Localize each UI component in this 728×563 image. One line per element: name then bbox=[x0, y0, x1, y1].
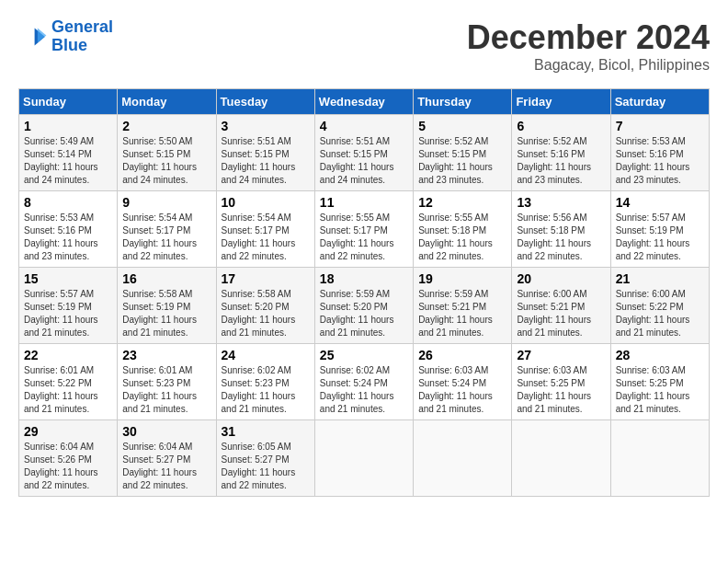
svg-marker-1 bbox=[38, 28, 47, 42]
day-cell: 12 Sunrise: 5:55 AM Sunset: 5:18 PM Dayl… bbox=[414, 191, 512, 268]
day-info: Sunrise: 5:49 AM Sunset: 5:14 PM Dayligh… bbox=[24, 135, 112, 187]
day-cell: 8 Sunrise: 5:53 AM Sunset: 5:16 PM Dayli… bbox=[19, 191, 118, 268]
day-number: 1 bbox=[24, 119, 112, 133]
day-cell bbox=[414, 420, 512, 497]
day-info: Sunrise: 6:02 AM Sunset: 5:23 PM Dayligh… bbox=[222, 364, 310, 416]
day-info: Sunrise: 5:58 AM Sunset: 5:19 PM Dayligh… bbox=[122, 288, 210, 339]
day-cell: 1 Sunrise: 5:49 AM Sunset: 5:14 PM Dayli… bbox=[19, 115, 118, 191]
day-info: Sunrise: 6:01 AM Sunset: 5:22 PM Dayligh… bbox=[24, 364, 112, 416]
day-number: 19 bbox=[418, 271, 506, 286]
day-number: 4 bbox=[320, 119, 408, 133]
day-cell: 14 Sunrise: 5:57 AM Sunset: 5:19 PM Dayl… bbox=[610, 191, 709, 268]
day-number: 12 bbox=[418, 195, 506, 210]
header-row: SundayMondayTuesdayWednesdayThursdayFrid… bbox=[19, 89, 710, 115]
day-info: Sunrise: 5:52 AM Sunset: 5:16 PM Dayligh… bbox=[517, 135, 605, 187]
day-info: Sunrise: 5:54 AM Sunset: 5:17 PM Dayligh… bbox=[122, 212, 210, 263]
day-info: Sunrise: 5:52 AM Sunset: 5:15 PM Dayligh… bbox=[418, 135, 506, 187]
day-cell: 7 Sunrise: 5:53 AM Sunset: 5:16 PM Dayli… bbox=[610, 115, 709, 191]
day-number: 22 bbox=[24, 348, 112, 362]
day-info: Sunrise: 5:51 AM Sunset: 5:15 PM Dayligh… bbox=[222, 135, 310, 187]
day-info: Sunrise: 6:00 AM Sunset: 5:22 PM Dayligh… bbox=[616, 288, 704, 339]
day-cell: 4 Sunrise: 5:51 AM Sunset: 5:15 PM Dayli… bbox=[314, 115, 413, 191]
day-number: 11 bbox=[320, 195, 408, 210]
day-cell: 13 Sunrise: 5:56 AM Sunset: 5:18 PM Dayl… bbox=[512, 191, 610, 268]
day-number: 13 bbox=[517, 195, 605, 210]
day-cell bbox=[314, 420, 413, 497]
day-info: Sunrise: 5:53 AM Sunset: 5:16 PM Dayligh… bbox=[616, 135, 704, 187]
day-number: 21 bbox=[616, 271, 704, 286]
day-cell: 9 Sunrise: 5:54 AM Sunset: 5:17 PM Dayli… bbox=[118, 191, 216, 268]
day-info: Sunrise: 5:55 AM Sunset: 5:18 PM Dayligh… bbox=[418, 212, 506, 263]
day-info: Sunrise: 5:59 AM Sunset: 5:21 PM Dayligh… bbox=[418, 288, 506, 339]
day-info: Sunrise: 5:53 AM Sunset: 5:16 PM Dayligh… bbox=[24, 212, 112, 263]
day-cell: 6 Sunrise: 5:52 AM Sunset: 5:16 PM Dayli… bbox=[512, 115, 610, 191]
day-cell: 2 Sunrise: 5:50 AM Sunset: 5:15 PM Dayli… bbox=[118, 115, 216, 191]
day-number: 26 bbox=[418, 348, 506, 362]
day-number: 29 bbox=[24, 424, 112, 439]
calendar-table: SundayMondayTuesdayWednesdayThursdayFrid… bbox=[18, 88, 710, 497]
logo-general: General bbox=[51, 17, 113, 36]
day-info: Sunrise: 6:04 AM Sunset: 5:26 PM Dayligh… bbox=[24, 441, 112, 492]
day-cell: 18 Sunrise: 5:59 AM Sunset: 5:20 PM Dayl… bbox=[314, 268, 413, 344]
day-info: Sunrise: 6:01 AM Sunset: 5:23 PM Dayligh… bbox=[122, 364, 210, 416]
day-number: 8 bbox=[24, 195, 112, 210]
day-number: 23 bbox=[122, 348, 210, 362]
day-cell: 23 Sunrise: 6:01 AM Sunset: 5:23 PM Dayl… bbox=[118, 344, 216, 420]
day-cell: 31 Sunrise: 6:05 AM Sunset: 5:27 PM Dayl… bbox=[216, 420, 314, 497]
week-row-4: 22 Sunrise: 6:01 AM Sunset: 5:22 PM Dayl… bbox=[19, 344, 710, 420]
day-info: Sunrise: 6:04 AM Sunset: 5:27 PM Dayligh… bbox=[122, 441, 210, 492]
day-number: 25 bbox=[320, 348, 408, 362]
month-title: December 2024 bbox=[467, 18, 710, 57]
col-header-wednesday: Wednesday bbox=[314, 89, 413, 115]
day-number: 9 bbox=[122, 195, 210, 210]
day-number: 17 bbox=[222, 271, 310, 286]
day-info: Sunrise: 6:00 AM Sunset: 5:21 PM Dayligh… bbox=[517, 288, 605, 339]
day-cell: 10 Sunrise: 5:54 AM Sunset: 5:17 PM Dayl… bbox=[216, 191, 314, 268]
day-cell: 21 Sunrise: 6:00 AM Sunset: 5:22 PM Dayl… bbox=[610, 268, 709, 344]
logo-icon bbox=[18, 22, 48, 52]
day-number: 16 bbox=[122, 271, 210, 286]
day-number: 18 bbox=[320, 271, 408, 286]
day-cell: 25 Sunrise: 6:02 AM Sunset: 5:24 PM Dayl… bbox=[314, 344, 413, 420]
day-cell: 29 Sunrise: 6:04 AM Sunset: 5:26 PM Dayl… bbox=[19, 420, 118, 497]
day-number: 10 bbox=[222, 195, 310, 210]
day-info: Sunrise: 6:03 AM Sunset: 5:24 PM Dayligh… bbox=[418, 364, 506, 416]
day-number: 6 bbox=[517, 119, 605, 133]
day-number: 24 bbox=[222, 348, 310, 362]
week-row-1: 1 Sunrise: 5:49 AM Sunset: 5:14 PM Dayli… bbox=[19, 115, 710, 191]
day-info: Sunrise: 5:59 AM Sunset: 5:20 PM Dayligh… bbox=[320, 288, 408, 339]
day-cell: 15 Sunrise: 5:57 AM Sunset: 5:19 PM Dayl… bbox=[19, 268, 118, 344]
col-header-tuesday: Tuesday bbox=[216, 89, 314, 115]
day-info: Sunrise: 5:51 AM Sunset: 5:15 PM Dayligh… bbox=[320, 135, 408, 187]
day-info: Sunrise: 5:58 AM Sunset: 5:20 PM Dayligh… bbox=[222, 288, 310, 339]
day-cell: 17 Sunrise: 5:58 AM Sunset: 5:20 PM Dayl… bbox=[216, 268, 314, 344]
header: General Blue December 2024 Bagacay, Bico… bbox=[18, 18, 710, 74]
day-number: 3 bbox=[222, 119, 310, 133]
logo: General Blue bbox=[18, 18, 113, 55]
day-info: Sunrise: 5:56 AM Sunset: 5:18 PM Dayligh… bbox=[517, 212, 605, 263]
day-number: 5 bbox=[418, 119, 506, 133]
day-cell: 28 Sunrise: 6:03 AM Sunset: 5:25 PM Dayl… bbox=[610, 344, 709, 420]
day-number: 27 bbox=[517, 348, 605, 362]
day-info: Sunrise: 6:05 AM Sunset: 5:27 PM Dayligh… bbox=[222, 441, 310, 492]
col-header-friday: Friday bbox=[512, 89, 610, 115]
day-cell: 11 Sunrise: 5:55 AM Sunset: 5:17 PM Dayl… bbox=[314, 191, 413, 268]
day-cell: 26 Sunrise: 6:03 AM Sunset: 5:24 PM Dayl… bbox=[414, 344, 512, 420]
day-number: 14 bbox=[616, 195, 704, 210]
day-number: 7 bbox=[616, 119, 704, 133]
day-info: Sunrise: 6:03 AM Sunset: 5:25 PM Dayligh… bbox=[517, 364, 605, 416]
day-cell: 16 Sunrise: 5:58 AM Sunset: 5:19 PM Dayl… bbox=[118, 268, 216, 344]
day-info: Sunrise: 5:55 AM Sunset: 5:17 PM Dayligh… bbox=[320, 212, 408, 263]
day-cell: 22 Sunrise: 6:01 AM Sunset: 5:22 PM Dayl… bbox=[19, 344, 118, 420]
day-info: Sunrise: 5:50 AM Sunset: 5:15 PM Dayligh… bbox=[122, 135, 210, 187]
title-section: December 2024 Bagacay, Bicol, Philippine… bbox=[467, 18, 710, 74]
day-number: 20 bbox=[517, 271, 605, 286]
day-info: Sunrise: 5:57 AM Sunset: 5:19 PM Dayligh… bbox=[616, 212, 704, 263]
day-cell: 3 Sunrise: 5:51 AM Sunset: 5:15 PM Dayli… bbox=[216, 115, 314, 191]
col-header-sunday: Sunday bbox=[19, 89, 118, 115]
location-title: Bagacay, Bicol, Philippines bbox=[467, 57, 710, 74]
day-cell: 24 Sunrise: 6:02 AM Sunset: 5:23 PM Dayl… bbox=[216, 344, 314, 420]
day-cell: 20 Sunrise: 6:00 AM Sunset: 5:21 PM Dayl… bbox=[512, 268, 610, 344]
col-header-saturday: Saturday bbox=[610, 89, 709, 115]
day-cell bbox=[512, 420, 610, 497]
